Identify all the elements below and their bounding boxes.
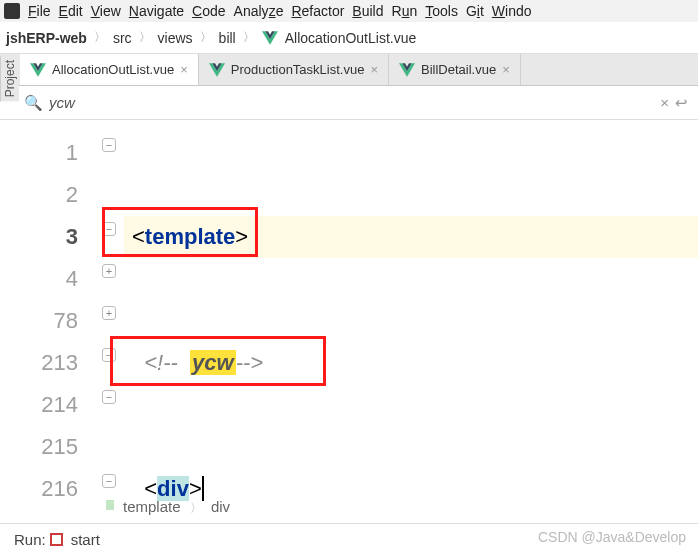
menu-tools[interactable]: Tools <box>425 3 458 19</box>
tab-allocation-out-list[interactable]: AllocationOutList.vue × <box>20 54 199 85</box>
vue-file-icon <box>262 31 278 45</box>
search-icon: 🔍 <box>24 94 43 112</box>
editor-tabs: AllocationOutList.vue × ProductionTaskLi… <box>0 54 698 86</box>
line-number: 3 <box>0 216 78 258</box>
line-number: 214 <box>0 384 78 426</box>
crumb-file[interactable]: AllocationOutList.vue <box>285 30 417 46</box>
watermark: CSDN @Java&Develop <box>538 529 686 545</box>
chevron-right-icon: 〉 <box>139 29 151 46</box>
menu-git[interactable]: Git <box>466 3 484 19</box>
nav-breadcrumbs: jshERP-web 〉 src 〉 views 〉 bill 〉 Alloca… <box>0 22 698 54</box>
code-line: <div>​ <box>132 468 698 510</box>
code-line: <!-- ycw--> <box>132 342 698 384</box>
line-number: 1 <box>0 132 78 174</box>
crumb-bill[interactable]: bill <box>219 30 236 46</box>
line-number: 78 <box>0 300 78 342</box>
vue-file-icon <box>399 63 415 77</box>
menu-analyze[interactable]: Analyze <box>234 3 284 19</box>
close-icon[interactable]: × <box>502 62 510 77</box>
chevron-right-icon: 〉 <box>200 29 212 46</box>
chevron-right-icon: 〉 <box>94 29 106 46</box>
app-icon <box>4 3 20 19</box>
menu-refactor[interactable]: Refactor <box>291 3 344 19</box>
code-line: <template> <box>132 216 698 258</box>
tab-production-task-list[interactable]: ProductionTaskList.vue × <box>199 54 389 85</box>
line-number: 2 <box>0 174 78 216</box>
back-icon[interactable]: ↩ <box>675 94 688 112</box>
crumb-project[interactable]: jshERP-web <box>6 30 87 46</box>
menu-navigate[interactable]: Navigate <box>129 3 184 19</box>
line-number: 216 <box>0 468 78 510</box>
crumb-src[interactable]: src <box>113 30 132 46</box>
run-label: Run: <box>14 531 46 548</box>
vue-file-icon <box>30 63 46 77</box>
find-in-file-bar: 🔍 × ↩ <box>0 86 698 120</box>
close-search-button[interactable]: × <box>660 94 669 111</box>
run-config-name[interactable]: start <box>71 531 100 548</box>
tab-bill-detail[interactable]: BillDetail.vue × <box>389 54 521 85</box>
menu-code[interactable]: Code <box>192 3 225 19</box>
menu-build[interactable]: Build <box>352 3 383 19</box>
menu-window[interactable]: Windo <box>492 3 532 19</box>
menu-view[interactable]: View <box>91 3 121 19</box>
menu-edit[interactable]: Edit <box>59 3 83 19</box>
tab-label: ProductionTaskList.vue <box>231 62 365 77</box>
line-number: 213 <box>0 342 78 384</box>
chevron-right-icon: 〉 <box>243 29 255 46</box>
close-icon[interactable]: × <box>370 62 378 77</box>
main-menu-bar: File Edit View Navigate Code Analyze Ref… <box>0 0 698 22</box>
project-toolwindow-tab[interactable]: Project <box>0 56 19 101</box>
search-match: ycw <box>190 350 236 375</box>
line-number: 215 <box>0 426 78 468</box>
tab-label: AllocationOutList.vue <box>52 62 174 77</box>
search-input[interactable] <box>49 94 654 111</box>
close-icon[interactable]: × <box>180 62 188 77</box>
menu-file[interactable]: File <box>28 3 51 19</box>
code-editor[interactable]: 1 2 3 4 78 213 214 215 216 <template> <!… <box>0 120 698 500</box>
tab-label: BillDetail.vue <box>421 62 496 77</box>
line-number-gutter: 1 2 3 4 78 213 214 215 216 <box>0 120 96 500</box>
code-content[interactable]: <template> <!-- ycw--> <div>​ <a-form :f… <box>96 120 698 500</box>
vue-file-icon <box>209 63 225 77</box>
line-number: 4 <box>0 258 78 300</box>
stop-icon[interactable] <box>50 533 63 546</box>
crumb-views[interactable]: views <box>158 30 193 46</box>
menu-run[interactable]: Run <box>392 3 418 19</box>
